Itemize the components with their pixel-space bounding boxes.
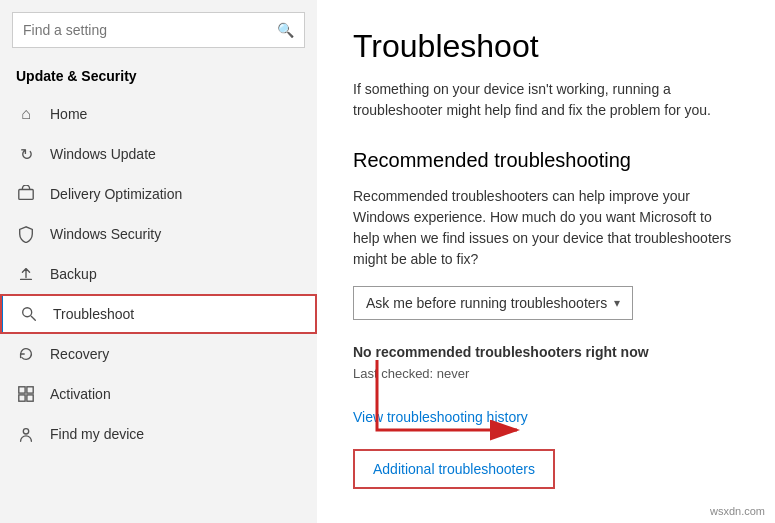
svg-point-6 — [23, 429, 28, 434]
section-title: Update & Security — [0, 64, 317, 94]
svg-rect-4 — [19, 395, 25, 401]
home-icon: ⌂ — [16, 104, 36, 124]
sidebar-item-troubleshoot-label: Troubleshoot — [53, 306, 134, 322]
no-recommended-text: No recommended troubleshooters right now — [353, 344, 739, 360]
sidebar-item-backup[interactable]: Backup — [0, 254, 317, 294]
sidebar-item-recovery[interactable]: Recovery — [0, 334, 317, 374]
view-history-link[interactable]: View troubleshooting history — [353, 409, 739, 425]
chevron-down-icon: ▾ — [614, 296, 620, 310]
sidebar-item-recovery-label: Recovery — [50, 346, 109, 362]
svg-rect-2 — [19, 387, 25, 393]
page-title: Troubleshoot — [353, 28, 739, 65]
sidebar-item-backup-label: Backup — [50, 266, 97, 282]
watermark: wsxdn.com — [706, 503, 769, 519]
svg-rect-5 — [27, 395, 33, 401]
windows-update-icon: ↻ — [16, 144, 36, 164]
sidebar-item-windows-security-label: Windows Security — [50, 226, 161, 242]
recommended-section-title: Recommended troubleshooting — [353, 149, 739, 172]
sidebar-item-find-my-device-label: Find my device — [50, 426, 144, 442]
sidebar-item-activation-label: Activation — [50, 386, 111, 402]
backup-icon — [16, 264, 36, 284]
dropdown-value: Ask me before running troubleshooters — [366, 295, 607, 311]
sidebar-item-troubleshoot[interactable]: Troubleshoot — [0, 294, 317, 334]
sidebar: 🔍 Update & Security ⌂ Home ↻ Windows Upd… — [0, 0, 317, 523]
sidebar-item-home[interactable]: ⌂ Home — [0, 94, 317, 134]
svg-point-1 — [23, 308, 32, 317]
sidebar-item-windows-update-label: Windows Update — [50, 146, 156, 162]
sidebar-item-activation[interactable]: Activation — [0, 374, 317, 414]
troubleshoot-icon — [19, 304, 39, 324]
search-input[interactable] — [23, 22, 277, 38]
additional-troubleshooters-button[interactable]: Additional troubleshooters — [353, 449, 555, 489]
activation-icon — [16, 384, 36, 404]
sidebar-item-find-my-device[interactable]: Find my device — [0, 414, 317, 454]
page-description: If something on your device isn't workin… — [353, 79, 739, 121]
svg-rect-3 — [27, 387, 33, 393]
sidebar-item-windows-update[interactable]: ↻ Windows Update — [0, 134, 317, 174]
sidebar-item-windows-security[interactable]: Windows Security — [0, 214, 317, 254]
delivery-optimization-icon — [16, 184, 36, 204]
troubleshooter-preference-dropdown[interactable]: Ask me before running troubleshooters ▾ — [353, 286, 633, 320]
svg-rect-0 — [19, 190, 33, 200]
find-my-device-icon — [16, 424, 36, 444]
recovery-icon — [16, 344, 36, 364]
recommended-section-desc: Recommended troubleshooters can help imp… — [353, 186, 739, 270]
sidebar-item-delivery-optimization[interactable]: Delivery Optimization — [0, 174, 317, 214]
last-checked-text: Last checked: never — [353, 366, 739, 381]
sidebar-item-delivery-optimization-label: Delivery Optimization — [50, 186, 182, 202]
search-icon: 🔍 — [277, 22, 294, 38]
search-box[interactable]: 🔍 — [12, 12, 305, 48]
sidebar-item-home-label: Home — [50, 106, 87, 122]
additional-troubleshooters-label: Additional troubleshooters — [373, 461, 535, 477]
windows-security-icon — [16, 224, 36, 244]
main-content: Troubleshoot If something on your device… — [317, 0, 775, 517]
